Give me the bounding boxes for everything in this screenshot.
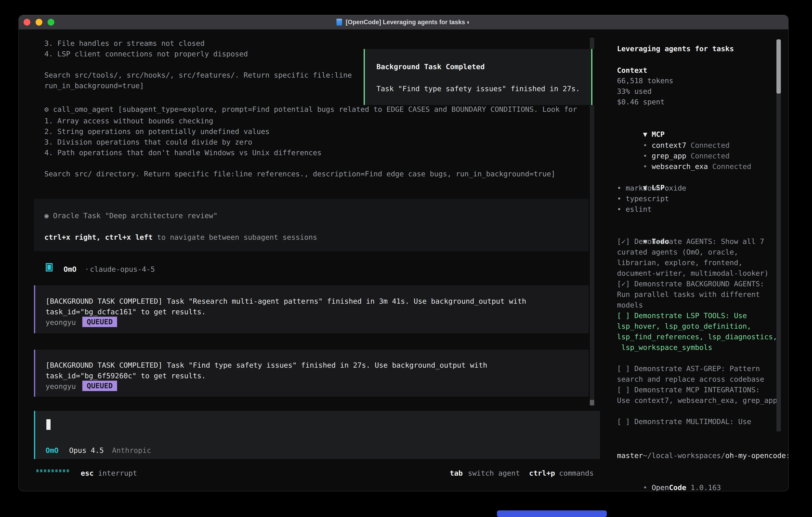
titlebar: [OpenCode] Leveraging agents for tasks ◐ bbox=[19, 15, 788, 30]
app-name-open: Open bbox=[651, 483, 669, 491]
app-name-code: Code bbox=[669, 483, 686, 491]
queued-badge: QUEUED bbox=[82, 381, 117, 391]
lsp-items: • markdown-oxide • typescript • eslint bbox=[617, 183, 686, 215]
task-line1: [BACKGROUND TASK COMPLETED] Task "Find t… bbox=[46, 360, 487, 371]
dock-window-sliver bbox=[497, 510, 607, 517]
terminal-window: [OpenCode] Leveraging agents for tasks ◐… bbox=[19, 15, 788, 491]
todo-active-item: [ ] Demonstrate LSP TOOLS: Use lsp_hover… bbox=[617, 310, 777, 353]
desktop: [OpenCode] Leveraging agents for tasks ◐… bbox=[0, 0, 812, 517]
task-line2: task_id="bg_dcfac161" to get results. bbox=[46, 306, 206, 317]
task-line2: task_id="bg_6f59260c" to get results. bbox=[46, 371, 206, 381]
bullet-icon: • bbox=[643, 483, 647, 491]
tool-call-footer: Search src/ directory. Return specific f… bbox=[45, 168, 555, 179]
main-scrollbar-thumb[interactable] bbox=[590, 400, 594, 405]
document-icon bbox=[337, 19, 342, 26]
text-cursor bbox=[46, 419, 51, 430]
background-task-notification: Background Task Completed Task "Find typ… bbox=[364, 49, 592, 105]
queued-badge: QUEUED bbox=[82, 317, 117, 327]
sidebar-scrollbar-track bbox=[777, 93, 781, 431]
agent-model: claude-opus-4-5 bbox=[90, 264, 155, 274]
oracle-hint-keys: ctrl+x right, ctrl+x left bbox=[45, 233, 153, 241]
sidebar-context-stats: 66,518 tokens 33% used $0.46 spent bbox=[617, 75, 673, 107]
sidebar-scrollbar-thumb[interactable] bbox=[777, 39, 781, 93]
oracle-hint-text: to navigate between subagent sessions bbox=[153, 233, 317, 241]
notification-title: Background Task Completed bbox=[376, 61, 485, 72]
background-task-message: [BACKGROUND TASK COMPLETED] Task "Resear… bbox=[34, 285, 589, 333]
oracle-hint-row: ctrl+x right, ctrl+x left to navigate be… bbox=[45, 232, 317, 243]
mcp-item-name: websearch_exa bbox=[651, 162, 708, 170]
main-scrollbar-segment bbox=[590, 37, 594, 49]
spinner-dots-icon bbox=[36, 469, 69, 472]
tool-call-items: 1. Array access without bounds checking … bbox=[45, 115, 321, 158]
window-title: [OpenCode] Leveraging agents for tasks ◐ bbox=[346, 15, 470, 29]
sidebar-session-title: Leveraging agents for tasks bbox=[617, 44, 734, 54]
mcp-item-status: Connected bbox=[712, 162, 751, 170]
app-version-number: 1.0.163 bbox=[691, 483, 721, 491]
workspace-branch: master bbox=[617, 450, 643, 461]
task-author: yeongyu bbox=[46, 381, 76, 392]
gear-icon: ⚙ bbox=[45, 105, 49, 113]
input-model-label: Opus 4.5 bbox=[69, 445, 104, 456]
prompt-input[interactable]: OmO Opus 4.5 Anthropic bbox=[34, 411, 600, 459]
tab-key-label: switch agent bbox=[468, 468, 520, 479]
traffic-lights bbox=[19, 19, 54, 26]
agent-icon bbox=[46, 263, 53, 272]
input-provider-label: Anthropic bbox=[112, 445, 151, 456]
esc-key-hint: esc bbox=[81, 468, 94, 479]
app-version-row: • OpenCode 1.0.163 bbox=[617, 472, 721, 491]
background-task-message: [BACKGROUND TASK COMPLETED] Task "Find t… bbox=[34, 350, 589, 397]
notification-body: Task "Find type safety issues" finished … bbox=[376, 83, 580, 94]
main-scrollbar-track bbox=[590, 105, 594, 400]
minimize-window-button[interactable] bbox=[35, 19, 42, 26]
bullet-icon: • bbox=[643, 162, 647, 170]
todo-done-items: [✓] Demonstrate AGENTS: Show all 7 curat… bbox=[617, 236, 768, 310]
esc-key-label: interrupt bbox=[98, 468, 137, 479]
oracle-task-box: ◉ Oracle Task "Deep architecture review"… bbox=[34, 199, 589, 251]
oracle-task-title: ◉ Oracle Task "Deep architecture review" bbox=[45, 210, 218, 221]
todo-pending-items: [ ] Demonstrate AST-GREP: Pattern search… bbox=[617, 363, 777, 427]
window-title-group: [OpenCode] Leveraging agents for tasks ◐ bbox=[19, 15, 788, 29]
tab-key-hint: tab bbox=[450, 468, 463, 479]
workspace-path-repo: oh-my-opencode: bbox=[725, 452, 788, 460]
workspace-path-prefix: ~/local-workspaces/ bbox=[643, 452, 725, 460]
close-window-button[interactable] bbox=[24, 19, 30, 26]
tool-call-header-row: ⚙ call_omo_agent [subagent_type=explore,… bbox=[45, 104, 577, 114]
agent-separator: · bbox=[85, 264, 89, 274]
tool-call-header: call_omo_agent [subagent_type=explore, p… bbox=[53, 105, 577, 113]
task-author: yeongyu bbox=[46, 317, 76, 328]
input-agent-label: OmO bbox=[46, 445, 59, 456]
zoom-window-button[interactable] bbox=[48, 19, 54, 26]
sidebar-context-heading: Context bbox=[617, 65, 647, 76]
commands-key-label: commands bbox=[559, 468, 593, 479]
agent-name: OmO bbox=[63, 264, 77, 274]
task-line1: [BACKGROUND TASK COMPLETED] Task "Resear… bbox=[46, 296, 526, 306]
commands-key-hint: ctrl+p bbox=[529, 468, 555, 479]
scrollback-text: 3. File handles or streams not closed 4.… bbox=[45, 38, 352, 91]
